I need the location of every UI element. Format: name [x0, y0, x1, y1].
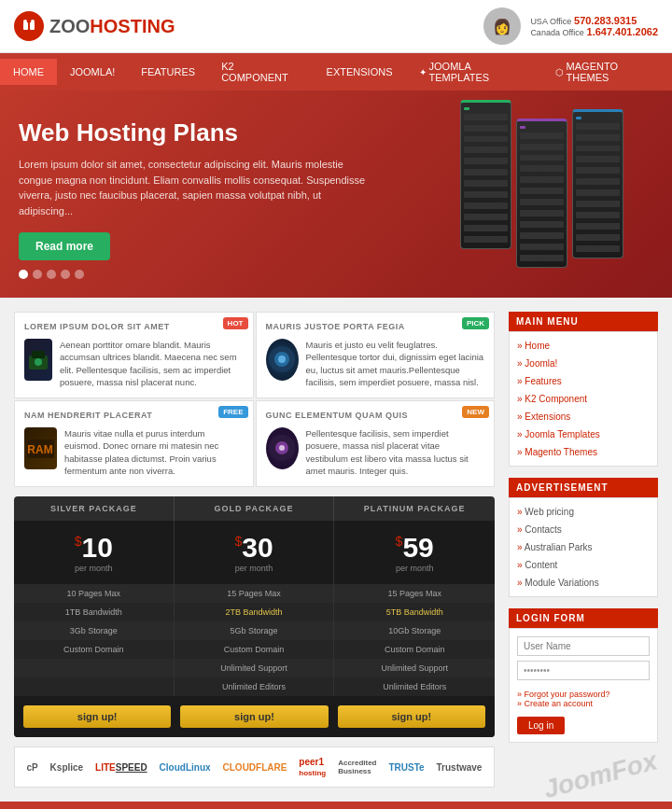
- signup-silver-button[interactable]: sign up!: [23, 705, 171, 728]
- advert-item-content[interactable]: Content: [510, 556, 657, 574]
- content-area: LOREM IPSUM DOLOR SIT AMET HOT Aenean po…: [14, 312, 495, 788]
- feat-3-2: 5Gb Storage: [175, 621, 335, 640]
- nav-home[interactable]: HOME: [0, 59, 57, 85]
- magento-icon: ⬡: [555, 67, 564, 77]
- feature-row-2: 1TB Bandwidth 2TB Bandwidth 5TB Bandwidt…: [14, 603, 495, 621]
- dot-3[interactable]: [47, 270, 56, 279]
- server-blue: [572, 109, 623, 258]
- dot-1[interactable]: [19, 270, 28, 279]
- pricing-prices: $10 per month $30 per month $59 per mont…: [14, 521, 495, 584]
- sidebar-item-joomla[interactable]: Joomla!: [510, 355, 657, 372]
- product-text-2: Mauris et justo eu velit feuglatres. Pel…: [306, 339, 485, 388]
- product-text-3: Mauris vitae nulla et purus interdum eui…: [64, 427, 244, 477]
- product-icon-2: [266, 339, 299, 381]
- pricing-features: 10 Pages Max 15 Pages Max 15 Pages Max 1…: [14, 584, 495, 696]
- hero-title: Web Hosting Plans: [19, 119, 368, 147]
- server-green: [460, 100, 511, 249]
- nav-joomla[interactable]: JOOMLA!: [57, 59, 128, 85]
- product-card-3: NAM HENDRERIT PLACERAT FREE RAM Mauris v…: [14, 400, 254, 487]
- login-button[interactable]: Log in: [517, 717, 565, 734]
- product-icon-3: RAM: [24, 427, 57, 469]
- badge-free: FREE: [218, 406, 247, 418]
- feat-5-2: Unlimited Support: [175, 659, 335, 677]
- pricing-col-silver: SILVER PACKAGE: [14, 496, 175, 521]
- dot-5[interactable]: [75, 270, 84, 279]
- logo-peer1: peer1hosting: [299, 757, 326, 777]
- hero-dots: [19, 270, 368, 279]
- canada-phone: 1.647.401.2062: [587, 26, 658, 37]
- product-body-1: Aenean porttitor omare blandit. Mauris a…: [24, 339, 244, 388]
- username-input[interactable]: [517, 636, 650, 656]
- sidebar-item-magento[interactable]: Magento Themes: [510, 443, 657, 461]
- nav-joomla-templates[interactable]: ✦ JOOMLA TEMPLATES: [406, 53, 542, 91]
- dot-4[interactable]: [61, 270, 70, 279]
- logo-accredited: AccreditedBusiness: [338, 759, 376, 775]
- silver-period: per month: [21, 564, 166, 573]
- logo-litespeed: LITESPEED: [95, 762, 147, 773]
- svg-text:RAM: RAM: [27, 443, 52, 456]
- nav-k2[interactable]: K2 COMPONENT: [208, 53, 313, 91]
- gold-amount: 30: [242, 532, 273, 563]
- feat-6-3: Unlimited Editors: [334, 677, 495, 696]
- svg-point-15: [279, 445, 285, 451]
- read-more-button[interactable]: Read more: [19, 232, 110, 260]
- dot-2[interactable]: [33, 270, 42, 279]
- pricing-buttons: sign up! sign up! sign up!: [14, 696, 495, 737]
- svg-point-4: [31, 20, 35, 23]
- forgot-password-link[interactable]: Forgot your password?: [517, 690, 650, 699]
- price-gold: $30 per month: [175, 521, 335, 584]
- product-card-1: LOREM IPSUM DOLOR SIT AMET HOT Aenean po…: [14, 312, 254, 398]
- logo-wordmark: ZOOHOSTING: [49, 16, 175, 37]
- product-card-4: GUNC ELEMENTUM QUAM QUIS NEW Pellentesqu…: [256, 400, 496, 487]
- feature-row-6: Unlimited Editors Unlimited Editors: [14, 677, 495, 696]
- sidebar-item-extensions[interactable]: Extensions: [510, 408, 657, 425]
- contact-details: USA Office 570.283.9315 Canada Office 1.…: [530, 15, 658, 37]
- nav-features[interactable]: FEATURES: [128, 59, 208, 85]
- logo-truste: TRUSTe: [388, 762, 424, 773]
- sidebar-item-joomla-templates[interactable]: Joomla Templates: [510, 425, 657, 443]
- nav-magento[interactable]: ⬡ MAGENTO THEMES: [542, 53, 672, 91]
- login-links: Forgot your password? Create an account: [517, 690, 650, 708]
- feature-row-1: 10 Pages Max 15 Pages Max 15 Pages Max: [14, 584, 495, 603]
- svg-rect-2: [30, 22, 35, 30]
- feat-2-2: 2TB Bandwidth: [175, 603, 335, 621]
- contact-avatar: 👩: [483, 7, 521, 45]
- product-text-1: Aenean porttitor omare blandit. Mauris a…: [60, 339, 244, 388]
- product-title-2: MAURIS JUSTOE PORTA FEGIA: [266, 322, 485, 331]
- hero-description: Lorem ipsum dolor sit amet, consectetur …: [19, 157, 368, 218]
- footer-links: COMPANY INFO Parks Home Park Blog Image …: [0, 802, 672, 809]
- svg-rect-6: [32, 351, 45, 358]
- silver-amount: 10: [82, 532, 113, 563]
- svg-point-0: [18, 15, 40, 37]
- product-body-4: Pellentesque facilisis, sem imperdiet po…: [266, 427, 485, 477]
- platinum-period: per month: [342, 564, 487, 573]
- signup-gold-button[interactable]: sign up!: [180, 705, 328, 728]
- signup-platinum-button[interactable]: sign up!: [338, 705, 485, 728]
- pricing-col-gold: GOLD PACKAGE: [175, 496, 335, 521]
- product-body-3: RAM Mauris vitae nulla et purus interdum…: [24, 427, 244, 477]
- logo-icon: [14, 11, 44, 41]
- create-account-link[interactable]: Create an account: [517, 699, 650, 708]
- advert-item-australian-parks[interactable]: Australian Parks: [510, 538, 657, 556]
- advert-item-web-pricing[interactable]: Web pricing: [510, 503, 657, 521]
- logo-ksplice: Ksplice: [50, 762, 84, 773]
- advert-item-contacts[interactable]: Contacts: [510, 521, 657, 538]
- advert-item-module-variations[interactable]: Module Variations: [510, 574, 657, 592]
- feature-row-3: 3Gb Storage 5Gb Storage 10Gb Storage: [14, 621, 495, 640]
- sidebar-item-k2[interactable]: K2 Component: [510, 390, 657, 408]
- sidebar-main-menu: MAIN MENU Home Joomla! Features K2 Compo…: [509, 312, 658, 467]
- badge-hot: HOT: [223, 317, 248, 329]
- feat-1-1: 10 Pages Max: [14, 584, 175, 603]
- logo-cloudlinux: CloudLinux: [160, 762, 211, 773]
- password-input[interactable]: [517, 661, 650, 680]
- feat-6-1: [14, 677, 175, 696]
- sidebar-item-features[interactable]: Features: [510, 372, 657, 390]
- feat-5-1: [14, 659, 175, 677]
- contact-info: 👩 USA Office 570.283.9315 Canada Office …: [483, 7, 658, 45]
- hero-section: Web Hosting Plans Lorem ipsum dolor sit …: [0, 91, 672, 298]
- usa-office-label: USA Office: [530, 17, 571, 26]
- nav-extensions[interactable]: EXTENSIONS: [314, 59, 406, 85]
- feat-6-2: Unlimited Editors: [175, 677, 335, 696]
- badge-pick: PICK: [462, 317, 489, 329]
- sidebar-item-home[interactable]: Home: [510, 337, 657, 355]
